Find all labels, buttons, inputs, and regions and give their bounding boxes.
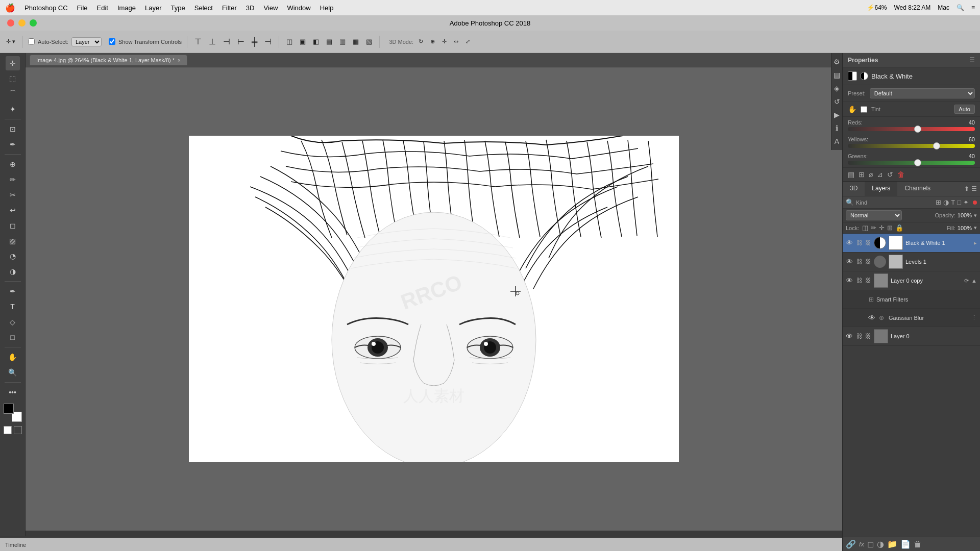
mask-mode[interactable] (4, 426, 12, 434)
dist-left-button[interactable]: ◫ (284, 37, 295, 46)
menu-image[interactable]: Image (117, 4, 136, 12)
healing-tool[interactable]: ⊕ (6, 157, 20, 171)
3d-orbit-button[interactable]: ↻ (416, 37, 425, 46)
menu-3d[interactable]: 3D (246, 4, 255, 12)
align-vcenter-button[interactable]: ⊥ (207, 36, 218, 47)
layers-menu-icon[interactable]: ☰ (971, 185, 977, 192)
hand-tool[interactable]: ✋ (6, 350, 20, 364)
history-panel-icon[interactable]: ↺ (832, 96, 842, 107)
mask-action-icon[interactable]: ▤ (848, 170, 854, 179)
menu-edit[interactable]: Edit (97, 4, 108, 12)
foreground-color[interactable] (4, 404, 14, 414)
actions-panel-icon[interactable]: ▶ (832, 109, 841, 120)
align-left-button[interactable]: ⊢ (235, 36, 247, 47)
menu-type[interactable]: Type (171, 4, 185, 12)
3d-roll-button[interactable]: ⊕ (428, 37, 437, 46)
menu-help[interactable]: Help (320, 4, 334, 12)
layer-item-levels1[interactable]: 👁 ⛓ ⛓ Levels 1 (843, 253, 980, 271)
link-action-icon[interactable]: ⌀ (869, 170, 873, 179)
group-button[interactable]: 📁 (887, 539, 897, 549)
new-layer-button[interactable]: 📄 (900, 539, 911, 549)
delete-action-icon[interactable]: 🗑 (897, 170, 904, 179)
filter-shape-icon[interactable]: □ (957, 198, 961, 206)
info-panel-icon[interactable]: ℹ (834, 122, 840, 134)
properties-panel-icon[interactable]: ⚙ (832, 56, 842, 67)
layer-link-l0[interactable]: ⛓ (856, 333, 863, 340)
channels-panel-icon[interactable]: ◈ (832, 83, 841, 94)
layer-eye-gaussian[interactable]: 👁 (868, 314, 876, 322)
reds-slider-track[interactable] (848, 127, 975, 131)
auto-select-checkbox[interactable] (28, 38, 35, 45)
3d-slide-button[interactable]: ⇔ (452, 37, 460, 46)
dist-center-button[interactable]: ▣ (298, 37, 308, 46)
char-panel-icon[interactable]: A (833, 136, 841, 147)
hand-tool-icon[interactable]: ✋ (848, 105, 856, 113)
dist-right-button[interactable]: ◧ (311, 37, 321, 46)
filter-type-icon[interactable]: T (951, 198, 955, 206)
reds-slider-thumb[interactable] (914, 126, 921, 133)
screen-mode[interactable] (14, 426, 22, 434)
menu-view[interactable]: View (263, 4, 278, 12)
blur-tool[interactable]: ◔ (6, 249, 20, 263)
layer-eye-bw1[interactable]: 👁 (846, 239, 854, 247)
lock-transparent-icon[interactable]: ◫ (862, 224, 868, 232)
mask-button[interactable]: ◻ (867, 539, 874, 549)
link-layers-button[interactable]: 🔗 (846, 539, 856, 549)
layer-link-levels1[interactable]: ⛓ (856, 258, 863, 265)
fill-dropdown-icon[interactable]: ▾ (974, 224, 977, 231)
dist-extra-button[interactable]: ▧ (364, 37, 374, 46)
auto-select-dropdown[interactable]: Layer Group (71, 37, 102, 46)
search-icon[interactable]: 🔍 (957, 4, 964, 11)
eraser-tool[interactable]: ◻ (6, 218, 20, 233)
menu-photoshop[interactable]: Photoshop CC (24, 4, 68, 12)
layer-eye-l0[interactable]: 👁 (846, 332, 854, 340)
yellows-slider-track[interactable] (848, 144, 975, 148)
layer-link-bw1[interactable]: ⛓ (856, 239, 863, 246)
selection-tool[interactable]: ⬚ (6, 71, 20, 86)
move-tool[interactable]: ✛ (6, 56, 20, 70)
align-hcenter-button[interactable]: ╪ (250, 36, 259, 47)
menu-filter[interactable]: Filter (222, 4, 237, 12)
history-brush-tool[interactable]: ↩ (6, 203, 20, 217)
lasso-tool[interactable]: ⌒ (6, 87, 20, 101)
menu-layer[interactable]: Layer (145, 4, 162, 12)
layer-item-smart-filters[interactable]: 👁 ⊞ Smart Filters (843, 290, 980, 309)
reset-action-icon[interactable]: ↺ (887, 170, 893, 179)
layer-item-l0[interactable]: 👁 ⛓ ⛓ Layer 0 (843, 327, 980, 346)
3d-pan-button[interactable]: ✛ (440, 37, 449, 46)
show-transform-checkbox[interactable] (109, 38, 115, 45)
tab-3d[interactable]: 3D (843, 182, 865, 196)
canvas-content[interactable]: RRCO 人人素材 (26, 67, 842, 531)
layers-panel-icon[interactable]: ▤ (832, 69, 842, 81)
align-top-button[interactable]: ⊤ (192, 36, 204, 47)
align-right-button[interactable]: ⊣ (262, 36, 274, 47)
type-tool[interactable]: T (6, 299, 20, 314)
crop-tool[interactable]: ⊡ (6, 122, 20, 136)
yellows-slider-thumb[interactable] (933, 142, 940, 149)
layer-eye-closed-bw1[interactable]: ▸ (974, 240, 977, 246)
tab-layers[interactable]: Layers (865, 182, 897, 196)
layer-chain-bw1[interactable]: ⛓ (865, 239, 871, 246)
canvas-tab[interactable]: Image-4.jpg @ 264% (Black & White 1, Lay… (30, 55, 187, 65)
dist-top-button[interactable]: ▤ (324, 37, 334, 46)
clone-stamp-tool[interactable]: ✂ (6, 188, 20, 202)
tint-checkbox[interactable] (861, 106, 867, 113)
layer-expand-icon[interactable]: ▲ (971, 278, 977, 284)
menu-window[interactable]: Window (287, 4, 310, 12)
delete-layer-button[interactable]: 🗑 (914, 540, 922, 549)
layer-eye-levels1[interactable]: 👁 (846, 258, 854, 266)
menu-select[interactable]: Select (194, 4, 213, 12)
lock-move-icon[interactable]: ✛ (879, 224, 885, 232)
tab-channels[interactable]: Channels (897, 182, 938, 196)
minimize-button[interactable] (18, 19, 26, 27)
eyedropper-tool[interactable]: ✒ (6, 137, 20, 152)
filter-action-icon[interactable]: ⊿ (877, 170, 883, 179)
filter-adj-icon[interactable]: ◑ (943, 198, 949, 206)
dist-bottom-button[interactable]: ▦ (351, 37, 361, 46)
align-bottom-button[interactable]: ⊣ (221, 36, 232, 47)
layer-chain-levels1[interactable]: ⛓ (865, 258, 871, 265)
move-tool-button[interactable]: ✛ ▾ (4, 37, 17, 46)
blend-mode-dropdown[interactable]: Normal Multiply Screen Overlay (846, 210, 902, 220)
close-button[interactable] (7, 19, 14, 27)
layer-link-l0copy[interactable]: ⛓ (856, 277, 863, 284)
